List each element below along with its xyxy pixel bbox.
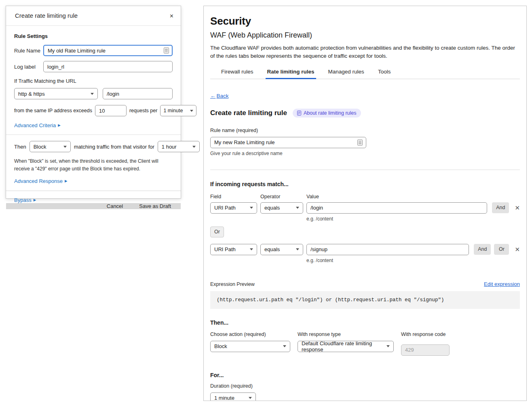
field-select[interactable]: URI Path [210,244,257,255]
tab-tools[interactable]: Tools [378,69,391,79]
chevron-down-icon [249,397,252,399]
threshold-suffix-text: requests per [129,108,157,113]
response-code-input [401,344,450,356]
value-input[interactable] [306,202,487,214]
rule-name-input[interactable] [43,45,173,56]
then-label: Then [14,144,26,150]
response-code-label: With response code [401,332,450,337]
scheme-select-value: http & https [18,91,45,97]
chevron-down-icon [250,248,253,250]
rule-name-input-wrap [210,137,366,148]
tab-rate-limiting-rules[interactable]: Rate limiting rules [267,69,315,79]
edit-expression-link[interactable]: Edit expression [484,281,520,287]
expression-header: Expression Preview Edit expression [210,281,520,287]
modal-header: Create rate limiting rule × [6,6,181,26]
condition-buttons: And [492,202,509,213]
then-row: Then Block matching traffic from that vi… [14,141,173,152]
arrow-right-icon: ▶ [65,179,68,183]
back-label: Back [217,93,229,99]
or-button[interactable]: Or [210,227,224,237]
value-column: e.g. /content [306,202,487,222]
operator-select[interactable]: equals [260,202,303,214]
modal-title: Create rate limiting rule [15,12,78,19]
autofill-icon[interactable] [357,139,363,145]
url-input[interactable] [103,88,173,99]
waf-panel: Security WAF (Web Application Firewall) … [203,6,527,401]
value-hint: e.g. /content [306,258,469,263]
then-suffix-text: matching traffic from that visitor for [74,144,154,150]
divider [210,170,520,170]
chevron-down-icon [386,345,390,347]
then-controls: Choose action (required) Block With resp… [210,332,520,356]
response-type-label: With response type [298,332,394,337]
waf-tabs: Firewall rules Rate limiting rules Manag… [210,69,520,79]
advanced-criteria-link[interactable]: Advanced Criteria ▶ [14,122,61,128]
document-icon [297,111,301,115]
modal-footer: Cancel Save as Draft [6,203,181,209]
waf-subtitle: WAF (Web Application Firewall) [210,31,520,40]
chevron-down-icon [192,146,196,148]
create-rate-limit-modal: Create rate limiting rule × Rule Setting… [6,6,181,199]
field-select-value: URI Path [214,246,236,252]
log-label-input-wrap [43,61,173,72]
response-type-value: Default Cloudflare rate limiting respons… [302,340,383,353]
block-note-text: When "Block" is set, when the threshold … [14,157,173,172]
scheme-select[interactable]: http & https [14,88,98,99]
bypass-link[interactable]: Bypass ▶ [14,197,36,203]
arrow-right-icon: ▶ [58,124,61,127]
block-duration-select[interactable]: 1 hour [158,141,200,152]
cancel-button[interactable]: Cancel [107,203,123,209]
close-icon[interactable]: × [169,12,174,20]
create-rule-heading: Create rate limiting rule [210,109,287,117]
page-title: Security [210,15,520,27]
choose-action-col: Choose action (required) Block [210,332,290,356]
rule-name-block: Rule name (required) Give your rule a de… [210,126,520,156]
about-rate-limiting-badge[interactable]: About rate limiting rules [293,109,361,118]
value-input[interactable] [306,244,469,255]
response-type-select[interactable]: Default Cloudflare rate limiting respons… [298,341,394,352]
or-button[interactable]: Or [494,244,509,255]
back-link[interactable]: ←Back [210,93,229,99]
block-duration-value: 1 hour [162,144,177,150]
operator-select[interactable]: equals [260,244,303,255]
and-button[interactable]: And [474,244,491,255]
condition-row: URI Path equals e.g. /content And ✕ [210,202,520,222]
response-type-col: With response type Default Cloudflare ra… [298,332,394,356]
log-label-label: Log label [14,64,43,70]
duration-label: Duration (required) [210,383,520,389]
log-label-row: Log label [14,61,173,72]
expression-preview: (http.request.uri.path eq "/login") or (… [210,291,520,309]
log-label-input[interactable] [43,61,173,72]
chevron-down-icon [250,207,253,209]
remove-condition-icon[interactable]: ✕ [515,202,520,213]
rule-name-input[interactable] [210,137,366,148]
and-button[interactable]: And [492,202,509,213]
condition-buttons: And Or [474,244,509,255]
operator-select-value: equals [264,246,280,252]
threshold-period-select[interactable]: 1 minute [160,105,196,116]
autofill-icon[interactable] [164,48,169,54]
action-select[interactable]: Block [210,341,290,352]
traffic-match-heading: If Traffic Matching the URL [14,78,173,84]
action-select[interactable]: Block [30,141,71,152]
chevron-down-icon [190,110,193,112]
chevron-down-icon [63,146,67,148]
condition-column-labels: Field Operator Value [210,194,520,199]
rule-settings-heading: Rule Settings [14,33,173,39]
value-column-label: Value [306,194,319,199]
advanced-response-link[interactable]: Advanced Response ▶ [14,178,68,184]
field-select[interactable]: URI Path [210,202,257,214]
field-select-value: URI Path [214,205,236,211]
chevron-down-icon [91,93,94,95]
threshold-input[interactable] [95,105,127,116]
save-as-draft-button[interactable]: Save as Draft [139,203,171,209]
tab-firewall-rules[interactable]: Firewall rules [221,69,253,79]
remove-condition-icon[interactable]: ✕ [515,244,520,255]
rule-name-row: Rule Name [14,45,173,56]
divider [6,134,181,135]
badge-label: About rate limiting rules [304,110,357,116]
tab-managed-rules[interactable]: Managed rules [328,69,364,79]
threshold-period-value: 1 minute [163,108,183,113]
duration-select-value: 1 minute [214,395,234,401]
duration-select[interactable]: 1 minute [210,392,256,401]
